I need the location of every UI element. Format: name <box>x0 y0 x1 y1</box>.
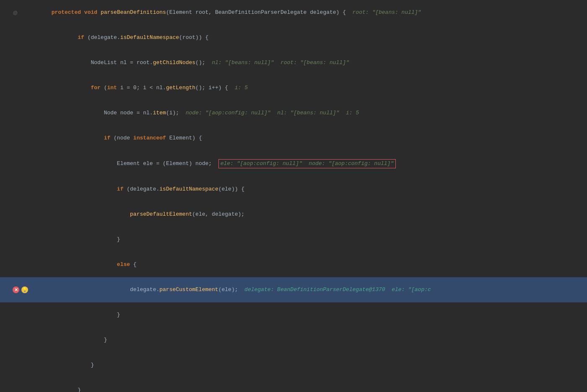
line-content-8: if (delegate.isDefaultNamespace(ele)) { <box>29 177 587 202</box>
gutter-6 <box>0 126 21 151</box>
code-line-7: Element ele = (Element) node; ele: "[aop… <box>0 151 587 177</box>
line-content-9: parseDefaultElement(ele, delegate); <box>29 202 587 227</box>
gutter-icons-1 <box>21 0 29 25</box>
gutter-icons-11 <box>21 252 29 277</box>
line-content-16: } <box>29 378 587 392</box>
gutter-icons-10 <box>21 227 29 252</box>
gutter-16 <box>0 378 21 392</box>
code-line-6: if (node instanceof Element) { <box>0 126 587 151</box>
line-content-1: protected void parseBeanDefinitions(Elem… <box>29 0 587 25</box>
gutter-icons-15 <box>21 353 29 378</box>
code-line-1: @ protected void parseBeanDefinitions(El… <box>0 0 587 25</box>
code-line-10: } <box>0 227 587 252</box>
gutter-4 <box>0 75 21 101</box>
method-parseBeanDefinitions: parseBeanDefinitions <box>101 9 166 15</box>
code-line-2: if (delegate.isDefaultNamespace(root)) { <box>0 25 587 50</box>
line-content-15: } <box>29 353 587 378</box>
debug-root: root: "[beans: null]" <box>353 9 421 15</box>
keyword-protected: protected <box>52 9 81 15</box>
code-line-9: parseDefaultElement(ele, delegate); <box>0 202 587 227</box>
gutter-15 <box>0 353 21 378</box>
gutter-1: @ <box>0 0 21 25</box>
code-line-3: NodeList nl = root.getChildNodes(); nl: … <box>0 50 587 75</box>
gutter-icon-at: @ <box>13 10 18 15</box>
line-content-11: else { <box>29 252 587 277</box>
line-content-13: } <box>29 302 587 328</box>
gutter-icons-6 <box>21 126 29 151</box>
gutter-12: ✕ <box>0 277 21 302</box>
error-icon-12: ✕ <box>13 286 19 293</box>
code-line-12: ✕ 💡 delegate.parseCustomElement(ele); de… <box>0 277 587 302</box>
line-content-14: } <box>29 328 587 353</box>
gutter-icons-7 <box>21 151 29 177</box>
code-line-15: } <box>0 353 587 378</box>
gutter-icons-2 <box>21 25 29 50</box>
gutter-icons-4 <box>21 75 29 101</box>
line-content-3: NodeList nl = root.getChildNodes(); nl: … <box>29 50 587 75</box>
gutter-3 <box>0 50 21 75</box>
line-content-10: } <box>29 227 587 252</box>
code-line-11: else { <box>0 252 587 277</box>
gutter-2 <box>0 25 21 50</box>
highlight-box: ele: "[aop:config: null]" node: "[aop:co… <box>218 159 396 168</box>
code-line-5: Node node = nl.item(i); node: "[aop:conf… <box>0 101 587 126</box>
gutter-icons-3 <box>21 50 29 75</box>
gutter-icons-12: 💡 <box>21 277 29 302</box>
gutter-icons-5 <box>21 101 29 126</box>
gutter-11 <box>0 252 21 277</box>
line-content-4: for (int i = 0; i < nl.getLength(); i++)… <box>29 75 587 101</box>
gutter-icons-16 <box>21 378 29 392</box>
gutter-14 <box>0 328 21 353</box>
gutter-9 <box>0 202 21 227</box>
gutter-7 <box>0 151 21 177</box>
gutter-icons-8 <box>21 177 29 202</box>
code-editor: @ protected void parseBeanDefinitions(El… <box>0 0 587 392</box>
gutter-13 <box>0 302 21 328</box>
gutter-icons-13 <box>21 302 29 328</box>
line-content-12: delegate.parseCustomElement(ele); delega… <box>29 277 587 302</box>
code-line-13: } <box>0 302 587 328</box>
gutter-icons-14 <box>21 328 29 353</box>
line-content-7: Element ele = (Element) node; ele: "[aop… <box>29 151 587 177</box>
line-content-5: Node node = nl.item(i); node: "[aop:conf… <box>29 101 587 126</box>
code-line-14: } <box>0 328 587 353</box>
gutter-10 <box>0 227 21 252</box>
keyword-void: void <box>84 9 97 15</box>
code-line-4: for (int i = 0; i < nl.getLength(); i++)… <box>0 75 587 101</box>
code-line-16: } <box>0 378 587 392</box>
gutter-icons-9 <box>21 202 29 227</box>
gutter-5 <box>0 101 21 126</box>
gutter-8 <box>0 177 21 202</box>
line-content-6: if (node instanceof Element) { <box>29 126 587 151</box>
code-line-8: if (delegate.isDefaultNamespace(ele)) { <box>0 177 587 202</box>
bulb-icon-12[interactable]: 💡 <box>21 286 28 293</box>
line-content-2: if (delegate.isDefaultNamespace(root)) { <box>29 25 587 50</box>
